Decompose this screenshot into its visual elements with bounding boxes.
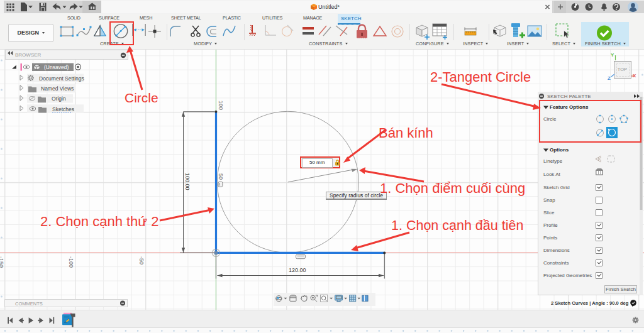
- svg-text:Named Views: Named Views: [41, 85, 74, 92]
- svg-text:Origin: Origin: [52, 96, 66, 102]
- svg-text:Document Settings: Document Settings: [39, 75, 84, 82]
- svg-text:(Unsaved): (Unsaved): [44, 64, 69, 70]
- svg-text:Sketches: Sketches: [52, 106, 74, 112]
